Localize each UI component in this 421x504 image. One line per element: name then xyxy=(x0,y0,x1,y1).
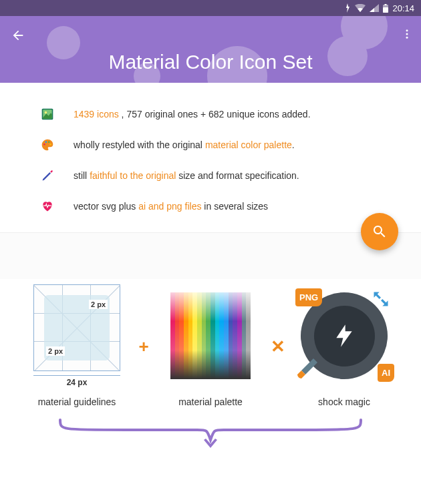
battery-icon xyxy=(383,4,388,13)
search-fab[interactable] xyxy=(361,213,398,250)
feature-row: vector svg plus ai and png files in seve… xyxy=(40,199,381,214)
svg-point-8 xyxy=(45,111,47,113)
chevron-down-icon xyxy=(204,436,217,451)
feature-text: wholly restyled with the original materi… xyxy=(74,140,295,150)
svg-point-4 xyxy=(406,33,408,35)
overflow-menu-button[interactable] xyxy=(401,28,413,43)
page-title: Material Color Icon Set xyxy=(0,51,421,73)
guidelines-cell: 2 px 2 px 24 px material guidelines xyxy=(27,286,127,407)
magic-caption: shock magic xyxy=(294,397,394,407)
svg-point-12 xyxy=(49,144,51,146)
feature-text: 1439 icons , 757 original ones + 682 uni… xyxy=(74,109,311,119)
status-bar: 20:14 xyxy=(0,0,421,16)
magic-cell: PNG AI shock magic xyxy=(294,286,394,407)
feature-text: still faithful to the original size and … xyxy=(74,170,299,181)
status-time: 20:14 xyxy=(392,3,414,13)
trio-row: 2 px 2 px 24 px material guidelines + ma… xyxy=(0,279,421,407)
features-list: 1439 icons , 757 original ones + 682 uni… xyxy=(0,83,421,232)
feature-row: wholly restyled with the original materi… xyxy=(40,138,381,152)
brush-icon xyxy=(295,356,319,383)
palette-icon xyxy=(40,138,55,152)
svg-point-10 xyxy=(45,142,47,144)
svg-point-9 xyxy=(43,144,45,146)
feature-row: still faithful to the original size and … xyxy=(40,168,381,183)
palette-cell: material palette xyxy=(160,286,261,407)
png-badge: PNG xyxy=(295,288,322,306)
back-button[interactable] xyxy=(11,28,25,45)
image-icon xyxy=(40,107,55,121)
lightning-icon xyxy=(331,322,358,349)
pencil-icon xyxy=(40,168,55,183)
operator-plus: + xyxy=(137,336,150,357)
svg-point-11 xyxy=(48,142,50,144)
search-icon xyxy=(372,224,388,240)
svg-rect-1 xyxy=(383,7,388,13)
heart-pulse-icon xyxy=(40,199,55,214)
signal-icon xyxy=(370,4,379,12)
charging-icon xyxy=(344,3,351,13)
feature-text: vector svg plus ai and png files in seve… xyxy=(74,201,268,212)
section-divider xyxy=(0,232,421,279)
palette-caption: material palette xyxy=(160,397,261,407)
magic-image: PNG AI xyxy=(301,292,388,379)
svg-rect-2 xyxy=(385,4,387,5)
guidelines-caption: material guidelines xyxy=(27,397,127,407)
wifi-icon xyxy=(355,4,366,12)
ai-badge: AI xyxy=(378,364,394,382)
grid-guide-image: 2 px 2 px xyxy=(33,284,120,371)
expand-icon xyxy=(372,290,390,311)
palette-image xyxy=(170,292,251,379)
operator-times: ✕ xyxy=(271,336,284,357)
svg-point-3 xyxy=(406,29,408,31)
size-caption: 24 px xyxy=(33,375,120,387)
curly-brace xyxy=(53,417,368,443)
svg-point-5 xyxy=(406,37,408,39)
app-bar: Material Color Icon Set xyxy=(0,16,421,83)
feature-row: 1439 icons , 757 original ones + 682 uni… xyxy=(40,107,381,121)
